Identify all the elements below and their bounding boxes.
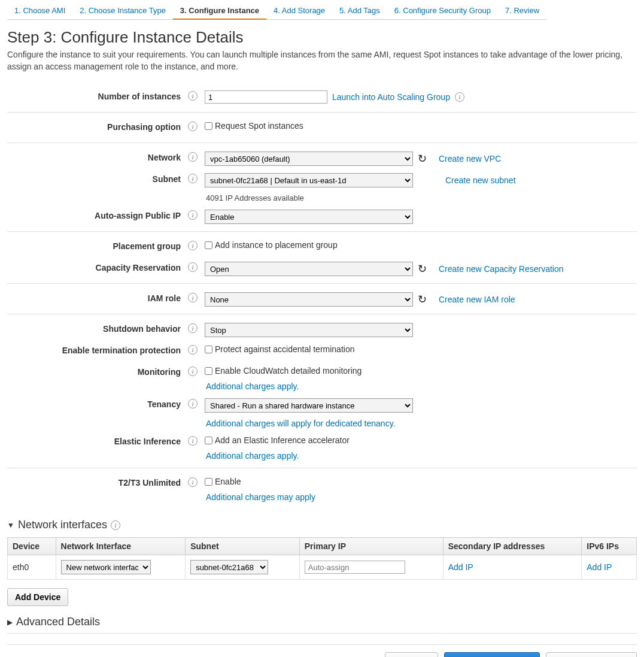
t2t3-cb-label: Enable — [215, 477, 241, 486]
device-cell: eth0 — [8, 555, 56, 580]
create-iam-link[interactable]: Create new IAM role — [439, 295, 515, 304]
primary-ip-input[interactable] — [305, 561, 405, 574]
tenancy-charges-link[interactable]: Additional charges will apply for dedica… — [206, 419, 395, 428]
info-icon[interactable]: i — [188, 91, 198, 101]
network-select[interactable]: vpc-1ab65060 (default) — [205, 152, 413, 166]
add-ipv6-link[interactable]: Add IP — [587, 562, 612, 572]
footer-bar: Cancel Previous Review and Launch Next: … — [7, 644, 637, 657]
table-header: Network Interface — [56, 538, 186, 555]
subnet-note: 4091 IP Addresses available — [206, 193, 637, 202]
info-icon[interactable]: i — [188, 399, 198, 408]
label-purchasing: Purchasing option — [7, 120, 181, 132]
label-term-protect: Enable termination protection — [7, 343, 181, 355]
auto-assign-select[interactable]: Enable — [205, 210, 413, 224]
label-tenancy: Tenancy — [7, 397, 181, 409]
placement-cb-label: Add instance to placement group — [215, 240, 338, 250]
advanced-details-toggle[interactable]: ▶ Advanced Details — [7, 616, 637, 634]
wizard-tabs: 1. Choose AMI2. Choose Instance Type3. C… — [7, 6, 637, 20]
table-header: Secondary IP addresses — [443, 538, 582, 555]
info-icon[interactable]: i — [188, 210, 198, 220]
create-vpc-link[interactable]: Create new VPC — [439, 154, 501, 164]
review-launch-button[interactable]: Review and Launch — [444, 652, 540, 657]
info-icon[interactable]: i — [188, 367, 198, 376]
wizard-tab-2[interactable]: 3. Configure Instance — [173, 6, 266, 20]
info-icon[interactable]: i — [188, 262, 198, 272]
elastic-inf-cb-label: Add an Elastic Inference accelerator — [215, 435, 350, 445]
label-iam: IAM role — [7, 291, 181, 303]
refresh-icon[interactable]: ↻ — [418, 153, 427, 164]
spot-label: Request Spot instances — [215, 121, 303, 131]
page-description: Configure the instance to suit your requ… — [7, 49, 637, 72]
label-capacity: Capacity Reservation — [7, 261, 181, 273]
chevron-down-icon: ▼ — [7, 521, 14, 529]
network-interfaces-title: Network interfaces — [18, 519, 107, 531]
num-instances-input[interactable] — [205, 90, 327, 104]
placement-checkbox[interactable] — [205, 241, 212, 249]
term-protect-cb-label: Protect against accidental termination — [215, 344, 354, 354]
table-row: eth0 New network interface subnet-0fc21a… — [8, 555, 637, 580]
table-header: Subnet — [186, 538, 300, 555]
subnet-select[interactable]: subnet-0fc21a68 | Default in us-east-1d — [205, 173, 413, 187]
label-elastic-inference: Elastic Inference — [7, 434, 181, 446]
iface-subnet-select[interactable]: subnet-0fc21a68 — [190, 560, 268, 574]
advanced-details-title: Advanced Details — [16, 616, 100, 628]
iam-select[interactable]: None — [205, 292, 413, 307]
info-icon[interactable]: i — [188, 174, 198, 183]
wizard-tab-3[interactable]: 4. Add Storage — [266, 6, 332, 20]
previous-button[interactable]: Previous — [385, 652, 438, 657]
network-interfaces-toggle[interactable]: ▼ Network interfaces i — [7, 519, 637, 531]
info-icon[interactable]: i — [188, 345, 198, 355]
monitoring-cb-label: Enable CloudWatch detailed monitoring — [215, 366, 362, 376]
info-icon[interactable]: i — [188, 122, 198, 131]
add-device-button[interactable]: Add Device — [7, 588, 68, 606]
info-icon[interactable]: i — [188, 152, 198, 162]
refresh-icon[interactable]: ↻ — [418, 294, 427, 305]
wizard-tab-0[interactable]: 1. Choose AMI — [7, 6, 72, 20]
info-icon[interactable]: i — [111, 520, 120, 530]
label-auto-assign: Auto-assign Public IP — [7, 208, 181, 220]
label-network: Network — [7, 150, 181, 162]
label-shutdown: Shutdown behavior — [7, 322, 181, 334]
wizard-tab-5[interactable]: 6. Configure Security Group — [387, 6, 498, 20]
create-capacity-link[interactable]: Create new Capacity Reservation — [439, 264, 564, 274]
info-icon[interactable]: i — [188, 436, 198, 446]
wizard-tab-1[interactable]: 2. Choose Instance Type — [72, 6, 173, 20]
label-subnet: Subnet — [7, 172, 181, 184]
t2t3-charges-link[interactable]: Additional charges may apply — [206, 492, 315, 502]
page-title: Step 3: Configure Instance Details — [7, 28, 637, 47]
label-t2t3: T2/T3 Unlimited — [7, 476, 181, 488]
spot-checkbox[interactable] — [205, 122, 212, 130]
table-header: IPv6 IPs — [582, 538, 637, 555]
wizard-tab-4[interactable]: 5. Add Tags — [332, 6, 387, 20]
info-icon[interactable]: i — [188, 241, 198, 250]
elastic-inf-charges-link[interactable]: Additional charges apply. — [206, 451, 299, 461]
shutdown-select[interactable]: Stop — [205, 323, 413, 337]
info-icon[interactable]: i — [455, 92, 464, 102]
info-icon[interactable]: i — [188, 323, 198, 333]
label-monitoring: Monitoring — [7, 365, 181, 377]
wizard-tab-6[interactable]: 7. Review — [498, 6, 546, 20]
label-num-instances: Number of instances — [7, 89, 181, 101]
monitoring-charges-link[interactable]: Additional charges apply. — [206, 382, 299, 391]
refresh-icon[interactable]: ↻ — [418, 264, 427, 274]
launch-asg-link[interactable]: Launch into Auto Scaling Group — [332, 92, 450, 102]
create-subnet-link[interactable]: Create new subnet — [445, 175, 516, 185]
monitoring-checkbox[interactable] — [205, 367, 212, 375]
tenancy-select[interactable]: Shared - Run a shared hardware instance — [205, 398, 413, 413]
network-interface-select[interactable]: New network interface — [61, 560, 151, 574]
table-header: Device — [8, 538, 56, 555]
chevron-right-icon: ▶ — [7, 618, 13, 626]
label-placement: Placement group — [7, 239, 181, 251]
term-protect-checkbox[interactable] — [205, 346, 212, 353]
info-icon[interactable]: i — [188, 293, 198, 302]
info-icon[interactable]: i — [188, 477, 198, 487]
capacity-select[interactable]: Open — [205, 262, 413, 276]
t2t3-checkbox[interactable] — [205, 478, 212, 486]
add-secondary-ip-link[interactable]: Add IP — [448, 562, 473, 572]
next-button[interactable]: Next: Add Storage — [546, 652, 637, 657]
table-header: Primary IP — [299, 538, 443, 555]
network-interfaces-table: DeviceNetwork InterfaceSubnetPrimary IPS… — [7, 537, 637, 580]
elastic-inf-checkbox[interactable] — [205, 437, 212, 444]
